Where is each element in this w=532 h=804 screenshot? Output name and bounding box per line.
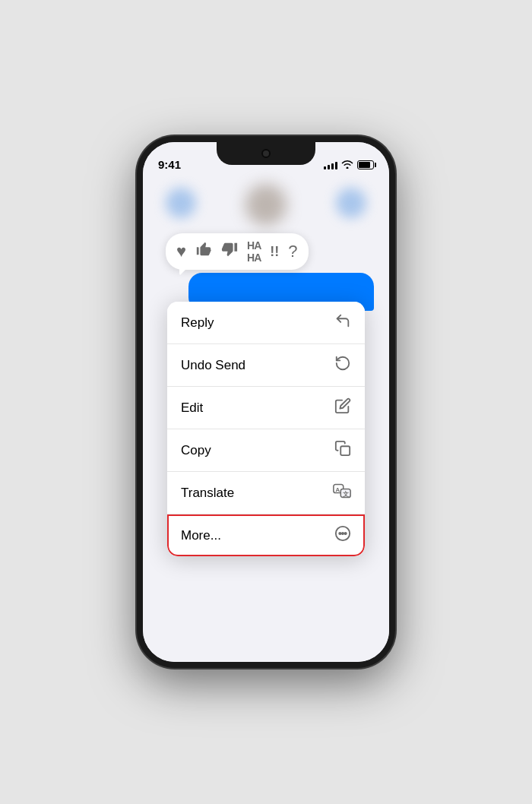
reply-label: Reply [181, 315, 214, 331]
signal-bar-2 [328, 165, 330, 169]
svg-rect-0 [340, 446, 350, 455]
reaction-bar: ♥ HAHA !! ? [166, 233, 309, 270]
svg-point-7 [342, 533, 344, 534]
signal-bar-1 [324, 166, 326, 169]
avatar-blur-center [245, 184, 287, 226]
reaction-emphasis[interactable]: !! [270, 244, 279, 260]
context-menu-copy[interactable]: Copy [167, 429, 365, 472]
context-menu: Reply Undo Send [167, 302, 365, 556]
reaction-thumbsup[interactable] [195, 241, 212, 262]
battery-fill [359, 162, 370, 168]
svg-text:文: 文 [343, 490, 349, 498]
avatar-blur-right [336, 188, 366, 218]
phone-frame: 9:41 [137, 136, 395, 668]
signal-bar-3 [331, 163, 334, 169]
context-menu-undo-send[interactable]: Undo Send [167, 344, 365, 387]
message-area: ♥ HAHA !! ? [143, 233, 389, 311]
more-icon [334, 525, 351, 546]
wifi-icon [341, 159, 353, 171]
signal-bar-4 [335, 162, 337, 169]
context-menu-edit[interactable]: Edit [167, 387, 365, 429]
signal-icon [324, 160, 337, 169]
more-label: More... [181, 528, 221, 543]
front-camera [261, 149, 271, 158]
copy-label: Copy [181, 443, 211, 458]
avatar-blur-left [166, 188, 196, 218]
translate-label: Translate [181, 486, 234, 501]
reply-icon [334, 312, 351, 333]
edit-label: Edit [181, 400, 203, 416]
copy-icon [334, 440, 351, 461]
notch [217, 142, 315, 165]
reaction-question[interactable]: ? [288, 242, 297, 261]
context-menu-reply[interactable]: Reply [167, 302, 365, 344]
svg-point-8 [345, 533, 347, 534]
edit-icon [334, 397, 351, 418]
undo-send-icon [334, 355, 351, 375]
status-time: 9:41 [158, 158, 181, 171]
status-icons [324, 159, 374, 171]
svg-text:A: A [335, 486, 340, 493]
translate-icon: A 文 [333, 483, 351, 503]
reaction-haha[interactable]: HAHA [247, 239, 261, 264]
reaction-heart[interactable]: ♥ [176, 242, 186, 261]
undo-send-label: Undo Send [181, 358, 245, 373]
battery-icon [357, 160, 374, 169]
context-menu-translate[interactable]: Translate A 文 [167, 472, 365, 514]
screen: 9:41 [143, 142, 389, 662]
svg-point-6 [339, 533, 340, 534]
reaction-thumbsdown[interactable] [221, 241, 238, 262]
context-menu-more[interactable]: More... [167, 514, 365, 556]
